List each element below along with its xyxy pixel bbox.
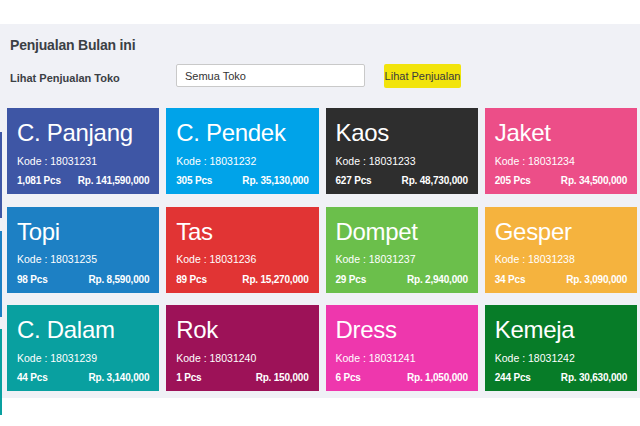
product-card[interactable]: C. Dalam Kode : 18031239 44 Pcs Rp. 3,14… [7, 305, 159, 391]
product-name: C. Dalam [17, 316, 149, 344]
product-totals: 34 Pcs Rp. 3,090,000 [495, 274, 627, 285]
product-pcs: 244 Pcs [495, 372, 531, 383]
product-code: Kode : 18031241 [336, 352, 468, 364]
product-code: Kode : 18031235 [17, 253, 149, 265]
product-totals: 29 Pcs Rp. 2,940,000 [336, 274, 468, 285]
product-code: Kode : 18031237 [336, 253, 468, 265]
product-code: Kode : 18031242 [495, 352, 627, 364]
product-name: Kemeja [495, 316, 627, 344]
sales-panel: Penjualan Bulan ini Lihat Penjualan Toko… [0, 24, 640, 398]
product-card[interactable]: Topi Kode : 18031235 98 Pcs Rp. 8,590,00… [7, 207, 159, 293]
product-name: Kaos [336, 119, 468, 147]
product-pcs: 305 Pcs [176, 175, 212, 186]
product-card[interactable]: Kemeja Kode : 18031242 244 Pcs Rp. 30,63… [485, 305, 637, 391]
product-pcs: 205 Pcs [495, 175, 531, 186]
product-totals: 205 Pcs Rp. 34,500,000 [495, 175, 627, 186]
product-name: Rok [176, 316, 308, 344]
product-name: Topi [17, 218, 149, 246]
product-code: Kode : 18031238 [495, 253, 627, 265]
product-totals: 1 Pcs Rp. 150,000 [176, 372, 308, 383]
product-pcs: 6 Pcs [336, 372, 361, 383]
product-name: C. Panjang [17, 119, 149, 147]
product-name: Dress [336, 316, 468, 344]
product-totals: 98 Pcs Rp. 8,590,000 [17, 274, 149, 285]
product-totals: 6 Pcs Rp. 1,050,000 [336, 372, 468, 383]
store-select-input[interactable] [176, 64, 365, 87]
product-name: Jaket [495, 119, 627, 147]
product-card[interactable]: C. Panjang Kode : 18031231 1,081 Pcs Rp.… [7, 108, 159, 194]
product-pcs: 98 Pcs [17, 274, 48, 285]
product-amount: Rp. 150,000 [256, 372, 309, 383]
page-title: Penjualan Bulan ini [10, 37, 135, 53]
product-amount: Rp. 2,940,000 [407, 274, 468, 285]
product-code: Kode : 18031231 [17, 155, 149, 167]
product-card[interactable]: Kaos Kode : 18031233 627 Pcs Rp. 48,730,… [326, 108, 478, 194]
product-pcs: 1,081 Pcs [17, 175, 61, 186]
product-amount: Rp. 34,500,000 [561, 175, 627, 186]
product-code: Kode : 18031239 [17, 352, 149, 364]
store-filter-label: Lihat Penjualan Toko [10, 72, 120, 84]
product-card[interactable]: Jaket Kode : 18031234 205 Pcs Rp. 34,500… [485, 108, 637, 194]
product-totals: 44 Pcs Rp. 3,140,000 [17, 372, 149, 383]
cards-grid: C. Panjang Kode : 18031231 1,081 Pcs Rp.… [7, 108, 637, 391]
product-totals: 627 Pcs Rp. 48,730,000 [336, 175, 468, 186]
product-code: Kode : 18031232 [176, 155, 308, 167]
clipped-card-edge-row3 [0, 329, 2, 415]
clipped-card-edge-row1 [0, 132, 2, 218]
product-amount: Rp. 35,130,000 [242, 175, 308, 186]
product-card[interactable]: Dress Kode : 18031241 6 Pcs Rp. 1,050,00… [326, 305, 478, 391]
product-totals: 89 Pcs Rp. 15,270,000 [176, 274, 308, 285]
product-card[interactable]: Tas Kode : 18031236 89 Pcs Rp. 15,270,00… [166, 207, 318, 293]
product-amount: Rp. 15,270,000 [242, 274, 308, 285]
product-code: Kode : 18031240 [176, 352, 308, 364]
product-pcs: 29 Pcs [336, 274, 367, 285]
product-amount: Rp. 1,050,000 [407, 372, 468, 383]
product-totals: 1,081 Pcs Rp. 141,590,000 [17, 175, 149, 186]
product-name: Gesper [495, 218, 627, 246]
product-pcs: 89 Pcs [176, 274, 207, 285]
product-amount: Rp. 8,590,000 [88, 274, 149, 285]
product-card[interactable]: Rok Kode : 18031240 1 Pcs Rp. 150,000 [166, 305, 318, 391]
product-pcs: 34 Pcs [495, 274, 526, 285]
product-totals: 305 Pcs Rp. 35,130,000 [176, 175, 308, 186]
product-code: Kode : 18031236 [176, 253, 308, 265]
product-card[interactable]: Gesper Kode : 18031238 34 Pcs Rp. 3,090,… [485, 207, 637, 293]
product-pcs: 44 Pcs [17, 372, 48, 383]
product-name: Dompet [336, 218, 468, 246]
product-name: Tas [176, 218, 308, 246]
product-pcs: 1 Pcs [176, 372, 201, 383]
clipped-card-edge-row2 [0, 231, 2, 317]
product-amount: Rp. 3,090,000 [566, 274, 627, 285]
product-code: Kode : 18031233 [336, 155, 468, 167]
view-sales-button[interactable]: Lihat Penjualan [384, 64, 461, 88]
product-amount: Rp. 48,730,000 [402, 175, 468, 186]
product-amount: Rp. 3,140,000 [88, 372, 149, 383]
product-amount: Rp. 141,590,000 [78, 175, 150, 186]
product-code: Kode : 18031234 [495, 155, 627, 167]
product-name: C. Pendek [176, 119, 308, 147]
product-pcs: 627 Pcs [336, 175, 372, 186]
product-amount: Rp. 30,630,000 [561, 372, 627, 383]
product-card[interactable]: C. Pendek Kode : 18031232 305 Pcs Rp. 35… [166, 108, 318, 194]
product-totals: 244 Pcs Rp. 30,630,000 [495, 372, 627, 383]
product-card[interactable]: Dompet Kode : 18031237 29 Pcs Rp. 2,940,… [326, 207, 478, 293]
